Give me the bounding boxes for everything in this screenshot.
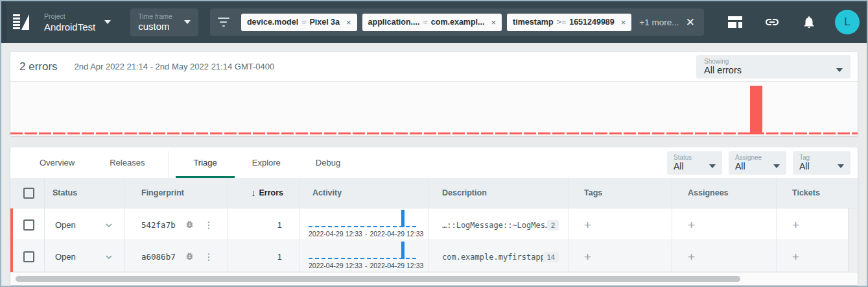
- description-cell[interactable]: …::LogMessage::~LogMes… 2: [429, 208, 569, 242]
- chevron-down-icon: [104, 20, 111, 24]
- chip-value: com.exampl...: [431, 18, 485, 27]
- tab-releases[interactable]: Releases: [92, 147, 162, 178]
- col-header-tickets[interactable]: Tickets: [777, 178, 858, 208]
- add-ticket-icon[interactable]: +: [792, 251, 799, 263]
- chart-spike-bar[interactable]: [750, 86, 762, 134]
- fingerprint-value[interactable]: 542fa7b: [141, 220, 176, 230]
- tab-overview[interactable]: Overview: [22, 147, 92, 178]
- sparkline-baseline: [309, 258, 416, 259]
- col-header-assignees[interactable]: Assignees: [672, 178, 777, 208]
- select-all-cell: [13, 178, 45, 208]
- date-range: 2nd Apr 2022 21:14 - 2nd May 2022 21:14 …: [75, 62, 275, 71]
- activity-cell: 2022-04-29 12:33-2022-04-29 12:33: [299, 208, 429, 242]
- clear-filters-icon[interactable]: ✕: [686, 17, 695, 28]
- status-cell[interactable]: Open: [45, 240, 125, 273]
- add-assignee-icon[interactable]: +: [688, 219, 695, 231]
- sparkline-spike-bar: [401, 242, 405, 259]
- table-row[interactable]: Open 542fa7b 1: [10, 208, 858, 240]
- table-header-row: Status Fingerprint ↓ Errors Activity Des…: [10, 178, 858, 208]
- tab-triage[interactable]: Triage: [176, 147, 234, 178]
- chip-remove-icon[interactable]: ×: [346, 18, 351, 27]
- chip-key: device.model: [247, 18, 298, 27]
- description-text: com.example.myfirstapp…: [442, 253, 543, 262]
- project-selector[interactable]: Project AndroidTest: [44, 12, 111, 32]
- assignee-filter-value: All: [735, 161, 745, 171]
- tickets-cell: +: [777, 208, 858, 242]
- table-row[interactable]: Open a6086b7 1: [10, 240, 858, 272]
- status-filter-dropdown[interactable]: Status All: [667, 151, 722, 175]
- events-count-badge: 2: [547, 220, 559, 231]
- fingerprint-value[interactable]: a6086b7: [141, 252, 176, 262]
- add-ticket-icon[interactable]: +: [792, 219, 799, 231]
- status-filter-value: All: [674, 161, 684, 171]
- assignees-cell: +: [672, 240, 777, 273]
- col-header-tags[interactable]: Tags: [569, 178, 672, 208]
- tabs-row: Overview Releases Triage Explore Debug S…: [10, 147, 858, 178]
- activity-date-range: 2022-04-29 12:33-2022-04-29 12:33: [309, 262, 423, 269]
- filter-chip-application[interactable]: application.... = com.exampl... ×: [362, 14, 502, 31]
- activity-start: 2022-04-29 12:33: [309, 230, 362, 238]
- chevron-down-icon[interactable]: [104, 220, 114, 231]
- notifications-bell-icon[interactable]: [801, 14, 817, 30]
- chip-operator: =: [423, 18, 427, 27]
- chart-zero-baseline: [10, 132, 858, 134]
- assignee-filter-dropdown[interactable]: Assignee All: [729, 151, 786, 175]
- assignees-cell: +: [672, 208, 777, 242]
- chevron-down-icon: [773, 164, 780, 168]
- activity-start: 2022-04-29 12:33: [309, 262, 362, 269]
- bug-icon[interactable]: [185, 251, 194, 263]
- add-tag-icon[interactable]: +: [584, 251, 591, 263]
- showing-dropdown[interactable]: Showing All errors: [696, 55, 850, 79]
- tag-filter-dropdown[interactable]: Tag All: [793, 151, 850, 175]
- row-checkbox[interactable]: [23, 219, 34, 231]
- horizontal-scrollbar-track[interactable]: [10, 272, 858, 285]
- row-select-cell: [13, 208, 45, 242]
- events-count-badge: 14: [543, 252, 559, 262]
- top-bar: Project AndroidTest Time frame custom de…: [1, 1, 867, 43]
- fingerprint-cell: a6086b7: [125, 240, 228, 273]
- more-filters-text[interactable]: +1 more...: [639, 18, 679, 27]
- filter-chip-timestamp[interactable]: timestamp >= 1651249989 ×: [507, 14, 631, 31]
- add-tag-icon[interactable]: +: [584, 219, 591, 231]
- row-checkbox[interactable]: [23, 251, 34, 262]
- description-cell[interactable]: com.example.myfirstapp… 14: [429, 240, 569, 273]
- chevron-down-icon[interactable]: [104, 252, 114, 262]
- add-assignee-icon[interactable]: +: [688, 251, 695, 263]
- vertical-scrollbar-track[interactable]: [848, 208, 858, 272]
- col-header-status[interactable]: Status: [45, 178, 125, 208]
- dashboard-icon[interactable]: [727, 14, 743, 30]
- col-header-activity[interactable]: Activity: [299, 178, 429, 208]
- filter-chip-device-model[interactable]: device.model = Pixel 3a ×: [241, 14, 357, 31]
- chevron-down-icon: [709, 164, 716, 168]
- tab-debug[interactable]: Debug: [298, 147, 358, 178]
- activity-end: 2022-04-29 12:33: [369, 230, 423, 238]
- bug-icon[interactable]: [185, 219, 194, 231]
- chip-key: application....: [368, 18, 420, 27]
- row-menu-icon[interactable]: [204, 220, 214, 231]
- row-menu-icon[interactable]: [204, 252, 214, 262]
- sparkline-spike-bar: [401, 210, 405, 227]
- chip-remove-icon[interactable]: ×: [621, 18, 626, 27]
- errors-summary-header: 2 errors 2nd Apr 2022 21:14 - 2nd May 20…: [10, 52, 858, 82]
- chip-remove-icon[interactable]: ×: [491, 18, 496, 27]
- project-label: Project: [44, 12, 95, 20]
- errors-table: Status Fingerprint ↓ Errors Activity Des…: [10, 178, 858, 272]
- errors-timeline-chart[interactable]: [10, 82, 858, 136]
- errors-summary-card: 2 errors 2nd Apr 2022 21:14 - 2nd May 20…: [10, 52, 858, 136]
- list-filters: Status All Assignee All Tag: [667, 147, 858, 178]
- errors-count-cell: 1: [228, 208, 299, 242]
- timeframe-selector[interactable]: Time frame custom: [130, 8, 198, 36]
- col-header-description[interactable]: Description: [429, 178, 569, 208]
- status-cell[interactable]: Open: [45, 208, 125, 242]
- select-all-checkbox[interactable]: [23, 188, 34, 199]
- timeframe-value: custom: [138, 21, 172, 32]
- col-header-errors[interactable]: ↓ Errors: [228, 178, 299, 208]
- user-avatar[interactable]: L: [835, 10, 860, 34]
- col-header-fingerprint[interactable]: Fingerprint: [125, 178, 228, 208]
- link-icon[interactable]: [764, 14, 780, 30]
- tab-divider: [169, 151, 169, 178]
- horizontal-scrollbar-thumb[interactable]: [16, 276, 740, 282]
- tab-explore[interactable]: Explore: [235, 147, 298, 178]
- filter-icon[interactable]: [217, 18, 231, 27]
- timeframe-label: Time frame: [138, 12, 172, 20]
